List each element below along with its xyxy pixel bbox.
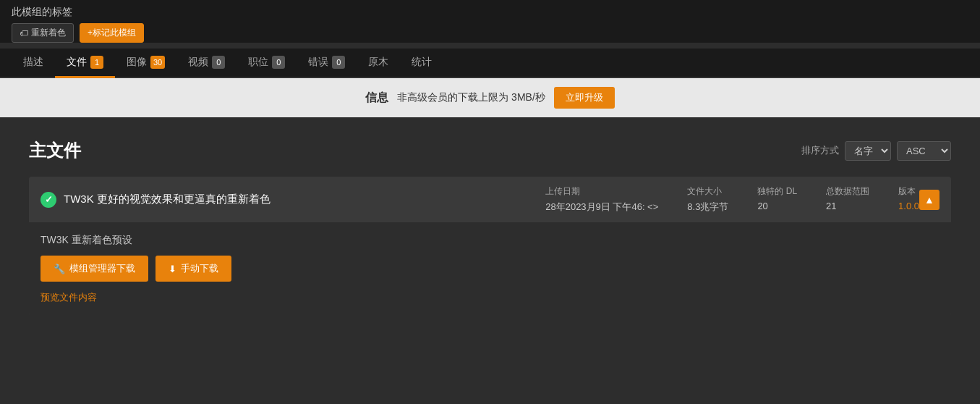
jobs-badge: 0 bbox=[272, 56, 285, 69]
file-size: 文件大小 8.3兆字节 bbox=[687, 185, 728, 214]
download-icon: ⬇ bbox=[169, 264, 176, 274]
tab-files[interactable]: 文件 1 bbox=[55, 49, 115, 78]
nav-tabs: 描述 文件 1 图像 30 视频 0 职位 0 错误 0 原木 统计 bbox=[0, 49, 980, 78]
sort-controls: 排序方式 名字 日期 大小 ASC DESC bbox=[801, 141, 951, 161]
file-status-icon bbox=[41, 192, 56, 208]
sort-select[interactable]: 名字 日期 大小 bbox=[845, 141, 891, 161]
tab-images[interactable]: 图像 30 bbox=[115, 49, 176, 78]
file-item: TW3K 更好的视觉效果和更逼真的重新着色 上传日期 28年2023月9日 下午… bbox=[29, 177, 951, 316]
recolor-tag-button[interactable]: 🏷 重新着色 bbox=[12, 23, 74, 43]
manual-download-button[interactable]: ⬇ 手动下载 bbox=[155, 256, 231, 282]
mod-manager-download-button[interactable]: 🔧 模组管理器下载 bbox=[41, 256, 148, 282]
videos-badge: 0 bbox=[212, 56, 225, 69]
files-badge: 1 bbox=[90, 56, 103, 69]
section-title: 主文件 bbox=[29, 139, 81, 162]
file-version: 版本 1.0.0 bbox=[898, 185, 919, 211]
tab-desc[interactable]: 描述 bbox=[12, 49, 55, 78]
images-badge: 30 bbox=[150, 56, 165, 69]
file-meta: 上传日期 28年2023月9日 下午46: <> 文件大小 8.3兆字节 独特的… bbox=[545, 185, 919, 214]
sort-order-select[interactable]: ASC DESC bbox=[897, 141, 951, 161]
tab-stats[interactable]: 统计 bbox=[400, 49, 443, 78]
tags-title: 此模组的标签 bbox=[12, 6, 968, 19]
preview-file-link[interactable]: 预览文件内容 bbox=[41, 292, 97, 303]
upgrade-button[interactable]: 立即升级 bbox=[554, 87, 615, 109]
file-actions: 🔧 模组管理器下载 ⬇ 手动下载 bbox=[41, 256, 939, 282]
file-details: TW3K 重新着色预设 🔧 模组管理器下载 ⬇ 手动下载 预览文件内容 bbox=[29, 222, 951, 316]
tag-icon: 🏷 bbox=[20, 28, 28, 38]
file-name: TW3K 更好的视觉效果和更逼真的重新着色 bbox=[64, 193, 545, 206]
file-total-range: 总数据范围 21 bbox=[826, 185, 869, 211]
section-header: 主文件 排序方式 名字 日期 大小 ASC DESC bbox=[29, 139, 951, 162]
mark-mod-button[interactable]: +标记此模组 bbox=[80, 23, 144, 43]
tab-logs[interactable]: 原木 bbox=[357, 49, 400, 78]
file-unique-dl: 独特的 DL 20 bbox=[757, 185, 797, 211]
info-bar: 信息 非高级会员的下载上限为 3MB/秒 立即升级 bbox=[0, 78, 980, 117]
tab-errors[interactable]: 错误 0 bbox=[297, 49, 357, 78]
tab-videos[interactable]: 视频 0 bbox=[176, 49, 237, 78]
info-message: 非高级会员的下载上限为 3MB/秒 bbox=[397, 91, 545, 104]
file-expand-button[interactable]: ▲ bbox=[919, 190, 939, 210]
errors-badge: 0 bbox=[332, 56, 345, 69]
top-section: 此模组的标签 🏷 重新着色 +标记此模组 bbox=[0, 0, 980, 43]
sort-label: 排序方式 bbox=[801, 144, 839, 157]
info-label: 信息 bbox=[365, 91, 388, 106]
file-preset-label: TW3K 重新着色预设 bbox=[41, 234, 939, 247]
wrench-icon: 🔧 bbox=[54, 264, 65, 274]
tags-buttons: 🏷 重新着色 +标记此模组 bbox=[12, 23, 968, 43]
tab-jobs[interactable]: 职位 0 bbox=[237, 49, 297, 78]
file-upload-date: 上传日期 28年2023月9日 下午46: <> bbox=[545, 185, 658, 214]
main-content: 主文件 排序方式 名字 日期 大小 ASC DESC TW3K 更好的视觉效果和… bbox=[0, 117, 980, 339]
file-item-header[interactable]: TW3K 更好的视觉效果和更逼真的重新着色 上传日期 28年2023月9日 下午… bbox=[29, 177, 951, 222]
